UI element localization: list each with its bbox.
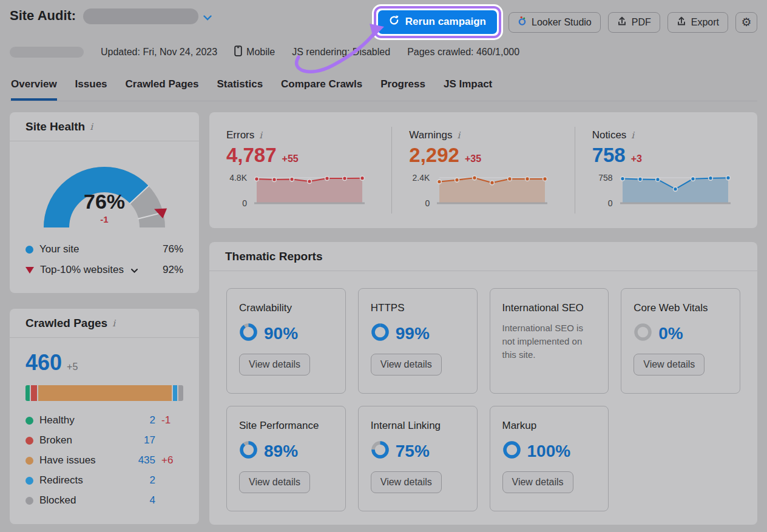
card-markup: Markup 100% View details bbox=[490, 406, 609, 511]
card-international-seo: International SEO International SEO is n… bbox=[490, 288, 609, 394]
settings-button[interactable]: ⚙ bbox=[735, 12, 757, 33]
notices-delta: +3 bbox=[631, 153, 642, 164]
errors-kpi: Errorsi 4,787 +55 4.8K0 bbox=[209, 127, 391, 214]
progress-ring-icon bbox=[239, 323, 258, 344]
looker-studio-icon bbox=[518, 16, 527, 29]
view-details-button[interactable]: View details bbox=[634, 354, 704, 375]
errors-sparkline bbox=[252, 172, 366, 212]
card-internal-linking: Internal Linking 75% View details bbox=[358, 406, 478, 511]
legend-blocked[interactable]: Blocked 4 bbox=[25, 494, 183, 507]
card-https: HTTPS 99% View details bbox=[358, 288, 478, 394]
header-actions: Rerun campaign Looker Studio bbox=[374, 6, 757, 38]
blue-dot-icon bbox=[25, 246, 33, 254]
site-health-score: 76% bbox=[25, 190, 183, 214]
mobile-icon bbox=[234, 45, 242, 59]
bar-segment bbox=[25, 385, 30, 401]
markup-score: 100% bbox=[527, 442, 571, 461]
breadcrumb-redacted bbox=[10, 47, 84, 58]
crawled-pages-delta: +5 bbox=[67, 362, 78, 372]
crawlability-score: 90% bbox=[264, 324, 298, 343]
tab-statistics[interactable]: Statistics bbox=[217, 75, 263, 101]
orange-dot-icon bbox=[25, 457, 33, 465]
view-details-button[interactable]: View details bbox=[371, 354, 442, 375]
crawled-pages-stacked-bar[interactable] bbox=[25, 385, 183, 401]
campaign-meta-bar: Updated: Fri, Nov 24, 2023 Mobile JS ren… bbox=[10, 45, 757, 59]
legend-your-site: Your site 76% bbox=[25, 243, 183, 255]
rerun-highlight-annotation: Rerun campaign bbox=[374, 6, 501, 38]
crawled-pages-total-row: 460 +5 bbox=[25, 350, 183, 375]
tab-progress[interactable]: Progress bbox=[380, 75, 425, 101]
errors-delta: +55 bbox=[282, 153, 299, 164]
thematic-reports-title: Thematic Reports bbox=[225, 250, 322, 263]
warnings-delta: +35 bbox=[465, 153, 481, 164]
updated-date: Updated: Fri, Nov 24, 2023 bbox=[101, 47, 217, 58]
notices-value[interactable]: 758 bbox=[592, 144, 626, 167]
gear-icon: ⚙ bbox=[741, 15, 751, 29]
tab-crawled-pages[interactable]: Crawled Pages bbox=[126, 75, 199, 101]
progress-ring-icon bbox=[502, 440, 521, 462]
upload-icon bbox=[617, 16, 627, 29]
report-tabs: Overview Issues Crawled Pages Statistics… bbox=[10, 75, 757, 101]
rerun-campaign-button[interactable]: Rerun campaign bbox=[378, 10, 497, 34]
crawled-pages-title: Crawled Pages bbox=[25, 317, 107, 330]
card-core-web-vitals: Core Web Vitals 0% View details bbox=[621, 288, 740, 394]
upload-icon bbox=[677, 16, 686, 29]
notices-kpi: Noticesi 758 +3 7580 bbox=[575, 127, 757, 214]
tab-compare-crawls[interactable]: Compare Crawls bbox=[281, 75, 362, 101]
pages-crawled-meta: Pages crawled: 460/1,000 bbox=[407, 47, 519, 58]
crawled-pages-panel: Crawled Pages i 460 +5 Healthy 2 - bbox=[10, 309, 199, 524]
view-details-button[interactable]: View details bbox=[371, 471, 442, 493]
site-health-title: Site Health bbox=[25, 120, 85, 133]
legend-redirects[interactable]: Redirects 2 bbox=[25, 474, 183, 487]
red-triangle-icon bbox=[25, 267, 34, 274]
chevron-down-icon[interactable] bbox=[131, 264, 138, 276]
legend-have-issues[interactable]: Have issues 435 +6 bbox=[25, 454, 183, 466]
info-icon[interactable]: i bbox=[456, 130, 461, 141]
view-details-button[interactable]: View details bbox=[239, 354, 310, 375]
bar-segment bbox=[31, 385, 37, 401]
internal-linking-score: 75% bbox=[396, 442, 430, 461]
refresh-icon bbox=[389, 15, 399, 29]
tab-overview[interactable]: Overview bbox=[11, 75, 57, 101]
red-dot-icon bbox=[25, 437, 33, 445]
site-health-panel: Site Health i 76% -1 Your site 76% bbox=[10, 112, 199, 293]
info-icon[interactable]: i bbox=[258, 130, 262, 141]
view-details-button[interactable]: View details bbox=[239, 471, 310, 493]
progress-ring-icon bbox=[371, 440, 390, 462]
warnings-value[interactable]: 2,292 bbox=[409, 144, 459, 167]
progress-ring-icon bbox=[371, 323, 390, 344]
https-score: 99% bbox=[396, 324, 430, 343]
export-button[interactable]: Export bbox=[667, 12, 728, 33]
project-name-redacted[interactable] bbox=[83, 8, 198, 24]
warnings-sparkline bbox=[434, 172, 549, 212]
tab-issues[interactable]: Issues bbox=[75, 75, 107, 101]
issues-kpi-panel: Errorsi 4,787 +55 4.8K0 Warningsi 2,292 … bbox=[209, 112, 757, 228]
info-icon[interactable]: i bbox=[111, 318, 115, 329]
view-details-button[interactable]: View details bbox=[502, 471, 573, 493]
page-title: Site Audit: bbox=[10, 6, 76, 25]
gray-dot-icon bbox=[25, 497, 33, 505]
international-seo-note: International SEO is not implemented on … bbox=[502, 322, 596, 361]
site-performance-score: 89% bbox=[264, 442, 298, 461]
core-web-vitals-score: 0% bbox=[658, 324, 683, 343]
looker-studio-button[interactable]: Looker Studio bbox=[509, 12, 601, 33]
thematic-reports-panel: Thematic Reports Crawlability 90% View d… bbox=[209, 242, 757, 525]
tab-js-impact[interactable]: JS Impact bbox=[444, 75, 492, 101]
js-rendering-meta: JS rendering: Disabled bbox=[292, 47, 390, 58]
info-icon[interactable]: i bbox=[630, 130, 634, 141]
info-icon[interactable]: i bbox=[89, 121, 93, 132]
warnings-kpi: Warningsi 2,292 +35 2.4K0 bbox=[391, 127, 574, 214]
blue-dot-icon bbox=[25, 477, 33, 485]
site-audit-page: Site Audit: Rerun campaign bbox=[0, 0, 767, 525]
bar-segment bbox=[178, 385, 183, 401]
pdf-button[interactable]: PDF bbox=[608, 12, 660, 33]
header: Site Audit: Rerun campaign bbox=[10, 0, 757, 38]
legend-top10-websites[interactable]: Top-10% websites 92% bbox=[25, 264, 183, 276]
legend-healthy[interactable]: Healthy 2 -1 bbox=[25, 414, 183, 426]
errors-value[interactable]: 4,787 bbox=[226, 144, 277, 167]
site-health-delta: -1 bbox=[25, 214, 183, 224]
device-meta: Mobile bbox=[234, 45, 275, 59]
legend-broken[interactable]: Broken 17 bbox=[25, 434, 183, 446]
chevron-down-icon[interactable] bbox=[203, 12, 212, 23]
card-crawlability: Crawlability 90% View details bbox=[226, 288, 346, 394]
